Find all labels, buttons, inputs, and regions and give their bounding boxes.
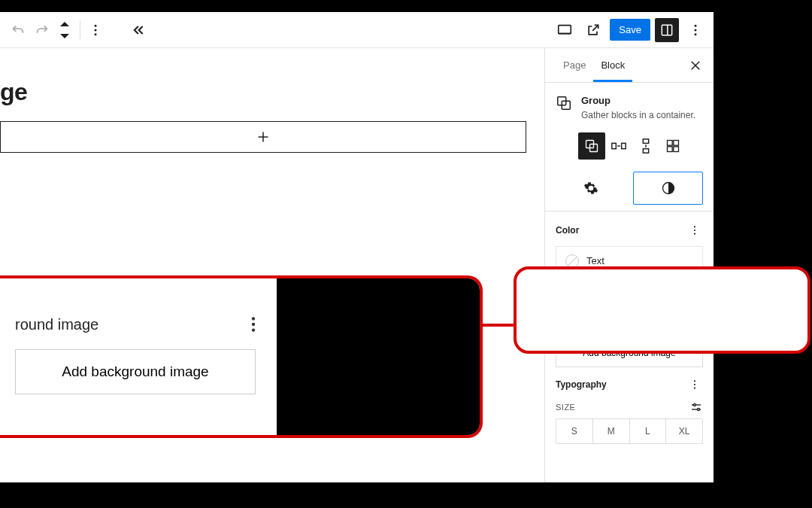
svg-point-6 [695,24,697,26]
layout-variants [545,129,714,170]
variant-stack[interactable] [632,132,659,160]
svg-point-41 [252,317,255,320]
svg-point-28 [694,226,695,227]
svg-point-36 [694,387,695,388]
tab-block[interactable]: Block [593,49,632,82]
move-down-button[interactable] [53,30,77,41]
svg-point-30 [694,233,695,234]
settings-sidebar: Page Block Group Gather blocks in a cont… [544,48,714,482]
external-link-button[interactable] [581,18,605,42]
redo-button[interactable] [30,18,54,42]
more-icon [244,315,263,334]
add-bg-image-button[interactable]: Add background image [556,339,703,367]
styles-tab[interactable] [633,172,703,205]
empty-swatch-icon [565,254,579,268]
svg-rect-24 [674,140,679,145]
svg-rect-21 [643,148,648,153]
desktop-view-button[interactable] [553,18,577,42]
zoom-annotation: round image Add background image [0,275,483,438]
size-label: SIZE [556,403,575,412]
settings-tab[interactable] [556,172,626,205]
tab-page[interactable]: Page [556,49,593,82]
svg-rect-4 [662,25,671,35]
close-sidebar-button[interactable] [683,53,707,78]
color-background-label: Background [586,284,638,296]
bg-image-section-title: Background image [556,318,637,328]
zoom-title: round image [15,316,98,333]
color-options-button[interactable] [686,222,703,239]
svg-rect-20 [643,139,648,144]
color-background-row[interactable]: Background [556,275,703,306]
svg-point-31 [694,318,695,320]
block-description: Gather blocks in a container. [581,109,703,122]
variant-group[interactable] [578,132,605,160]
color-text-label: Text [586,255,604,266]
move-up-button[interactable] [53,20,77,30]
annotation-connector [483,324,514,327]
zoom-add-bg-button[interactable]: Add background image [15,349,256,394]
empty-swatch-icon [565,284,579,297]
svg-point-32 [694,322,695,324]
svg-rect-18 [622,143,626,148]
settings-panel-toggle[interactable] [655,18,679,42]
variant-grid[interactable] [659,132,686,160]
divider [80,21,80,39]
svg-rect-17 [612,143,617,148]
svg-point-35 [694,384,695,385]
variant-row[interactable] [605,132,632,160]
svg-point-8 [695,33,697,35]
svg-point-42 [252,323,255,326]
add-block-button[interactable] [0,121,526,153]
page-title[interactable]: ge [0,78,529,106]
size-segments: S M L XL [556,418,703,444]
color-section-title: Color [556,225,579,236]
svg-rect-26 [674,147,679,152]
typography-options-button[interactable] [686,376,703,393]
svg-point-43 [252,328,255,331]
undo-button[interactable] [6,18,30,42]
collapse-toolbar-button[interactable] [126,18,150,42]
size-l[interactable]: L [630,419,667,443]
svg-point-7 [695,29,697,31]
top-toolbar: Save [0,12,714,48]
more-menu-button[interactable] [683,18,707,42]
svg-point-0 [95,24,97,26]
size-s[interactable]: S [556,419,593,443]
svg-point-34 [694,380,695,382]
svg-point-29 [694,230,695,231]
svg-point-2 [95,33,97,35]
size-m[interactable]: M [593,419,630,443]
svg-point-40 [698,408,700,410]
block-name: Group [581,95,703,106]
save-button[interactable]: Save [610,19,650,41]
svg-rect-3 [559,25,571,33]
options-button[interactable] [83,18,108,42]
svg-point-38 [693,403,695,406]
sliders-icon[interactable] [689,400,703,414]
svg-rect-23 [668,140,673,145]
color-text-row[interactable]: Text [556,246,703,275]
group-block-icon [556,95,572,122]
svg-rect-25 [668,147,673,152]
bg-image-options-button[interactable] [686,315,703,331]
svg-point-33 [694,325,695,327]
typography-section-title: Typography [556,379,607,390]
size-xl[interactable]: XL [666,419,702,443]
svg-point-1 [95,29,97,31]
